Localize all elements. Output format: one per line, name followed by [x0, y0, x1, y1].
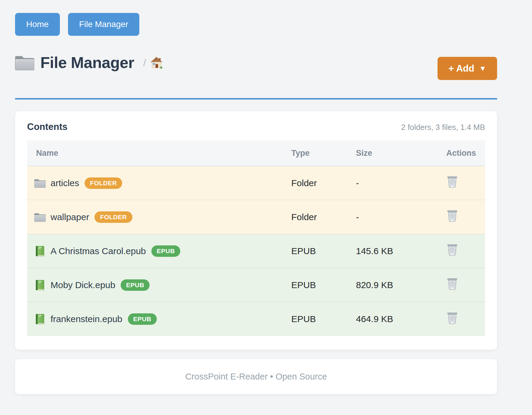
file-name[interactable]: Moby Dick.epub: [51, 280, 115, 290]
file-name[interactable]: frankenstein.epub: [51, 314, 122, 324]
contents-summary: 2 folders, 3 files, 1.4 MB: [401, 123, 485, 132]
table-row[interactable]: frankenstein.epub EPUB EPUB 464.9 KB: [27, 302, 485, 336]
delete-button[interactable]: [447, 210, 458, 222]
book-icon: [34, 246, 46, 256]
type-badge: FOLDER: [94, 211, 132, 223]
type-badge: FOLDER: [85, 177, 122, 189]
file-size: 820.9 KB: [356, 268, 419, 302]
file-type: EPUB: [291, 302, 356, 336]
column-header-size: Size: [356, 140, 419, 166]
trash-icon: [447, 210, 458, 222]
file-type: Folder: [291, 200, 356, 234]
delete-button[interactable]: [447, 278, 458, 290]
add-button-label: + Add: [448, 63, 474, 74]
file-type: EPUB: [291, 268, 356, 302]
book-icon: [34, 314, 46, 324]
file-table: Name Type Size Actions articles FOLDER F…: [27, 140, 485, 336]
table-row[interactable]: wallpaper FOLDER Folder -: [27, 200, 485, 234]
top-nav: Home File Manager: [15, 13, 139, 36]
file-size: -: [356, 166, 419, 200]
delete-button[interactable]: [447, 176, 458, 188]
file-manager-button[interactable]: File Manager: [68, 13, 139, 36]
file-size: 464.9 KB: [356, 302, 419, 336]
trash-icon: [447, 176, 458, 188]
column-header-actions: Actions: [419, 140, 485, 166]
file-name[interactable]: articles: [51, 178, 79, 188]
contents-title: Contents: [27, 121, 67, 132]
file-name[interactable]: wallpaper: [51, 212, 89, 222]
home-button[interactable]: Home: [15, 13, 60, 36]
footer-card: CrossPoint E-Reader • Open Source: [15, 359, 497, 394]
file-size: -: [356, 200, 419, 234]
column-header-name: Name: [27, 140, 291, 166]
delete-button[interactable]: [447, 244, 458, 256]
chevron-down-icon: ▼: [479, 64, 486, 73]
folder-icon: [34, 178, 46, 188]
page-title: File Manager: [40, 54, 134, 72]
table-header-row: Name Type Size Actions: [27, 140, 485, 166]
type-badge: EPUB: [128, 313, 157, 325]
file-type: Folder: [291, 166, 356, 200]
type-badge: EPUB: [151, 245, 180, 257]
column-header-type: Type: [291, 140, 356, 166]
trash-icon: [447, 244, 458, 256]
delete-button[interactable]: [447, 312, 458, 324]
footer-text: CrossPoint E-Reader • Open Source: [185, 372, 327, 382]
table-row[interactable]: articles FOLDER Folder -: [27, 166, 485, 200]
table-row[interactable]: A Christmas Carol.epub EPUB EPUB 145.6 K…: [27, 234, 485, 268]
book-icon: [34, 280, 46, 290]
contents-card: Contents 2 folders, 3 files, 1.4 MB Name…: [15, 111, 497, 350]
house-icon[interactable]: [150, 56, 163, 69]
file-type: EPUB: [291, 234, 356, 268]
folder-icon: [34, 212, 46, 222]
page-header: File Manager /: [15, 54, 163, 72]
trash-icon: [447, 312, 458, 324]
trash-icon: [447, 278, 458, 290]
file-size: 145.6 KB: [356, 234, 419, 268]
table-row[interactable]: Moby Dick.epub EPUB EPUB 820.9 KB: [27, 268, 485, 302]
type-badge: EPUB: [121, 279, 150, 291]
file-name[interactable]: A Christmas Carol.epub: [51, 246, 146, 256]
folder-icon: [15, 54, 34, 71]
breadcrumb: /: [143, 56, 163, 69]
add-button[interactable]: + Add ▼: [438, 57, 497, 80]
header-divider: [15, 98, 497, 100]
breadcrumb-separator: /: [143, 57, 146, 69]
